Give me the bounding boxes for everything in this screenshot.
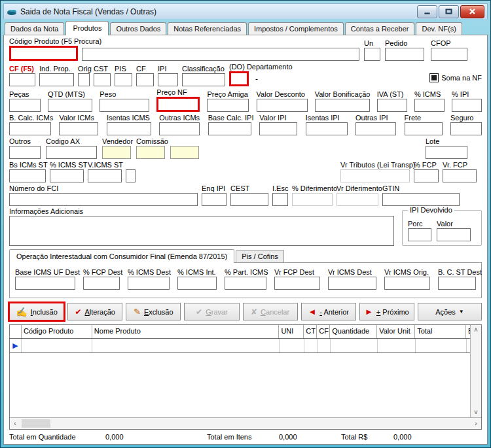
b-calc-icms-input[interactable] (9, 122, 51, 135)
col-codigo-produto[interactable]: Código Produto (22, 325, 92, 338)
preco-amiga-input[interactable] (207, 99, 249, 112)
isentas-icms-input[interactable] (107, 122, 151, 135)
tab-outros-dados[interactable]: Outros Dados (110, 22, 166, 35)
pct-icms-dest-input[interactable] (128, 277, 170, 290)
valor-desconto-input[interactable] (257, 99, 308, 112)
col-nome-produto[interactable]: Nome Produto (92, 325, 280, 338)
tab-dev-nfs[interactable]: Dev. NF(s) (416, 22, 462, 35)
vr-fcp-dest-input[interactable] (274, 277, 320, 290)
un-input[interactable] (364, 48, 380, 61)
enq-ipi-input[interactable] (202, 193, 227, 206)
comissao-input[interactable] (136, 146, 165, 159)
i-esc-input[interactable] (272, 193, 288, 206)
base-calc-ipi-input[interactable] (208, 122, 251, 135)
alteracao-button[interactable]: ✔ Alteração (67, 303, 122, 320)
subtab-pis-cofins[interactable]: Pis / Cofins (236, 250, 284, 262)
classificacao-input[interactable] (182, 73, 225, 86)
acoes-button[interactable]: Ações ▼ (418, 303, 482, 320)
informacoes-adicionais-textarea[interactable] (9, 216, 394, 246)
frete-input[interactable] (405, 122, 443, 135)
horizontal-scroll-thumb[interactable] (22, 419, 50, 428)
do-departamento-input[interactable] (229, 71, 249, 86)
tab-impostos-complementos[interactable]: Impostos / Complementos (248, 22, 344, 35)
ipi-input[interactable] (158, 73, 178, 86)
exclusao-button[interactable]: ✎ Exclusão (126, 303, 181, 320)
outros-input[interactable] (9, 146, 41, 159)
ipi-devolvido-porc-input[interactable] (408, 228, 431, 241)
col-total[interactable]: Total (415, 325, 466, 338)
vendedor-input[interactable] (102, 146, 131, 159)
pct-ipi-input[interactable] (452, 99, 482, 112)
scroll-right-icon[interactable]: › (471, 418, 481, 429)
base-icms-uf-dest-input[interactable] (15, 277, 75, 290)
peso-input[interactable] (100, 99, 149, 112)
pedido-input[interactable] (385, 48, 424, 61)
tab-contas-a-receber[interactable]: Contas a Receber (345, 22, 415, 35)
cf-input[interactable] (136, 73, 154, 86)
preco-nf-input[interactable] (156, 97, 200, 112)
pct-icms-input[interactable] (414, 99, 445, 112)
valor-icms-input[interactable] (59, 122, 98, 135)
scroll-up-icon[interactable]: ˄ (471, 325, 481, 335)
pct-diferimento-input[interactable] (292, 193, 333, 206)
ind-prop-input[interactable] (39, 73, 74, 86)
gtin-input[interactable] (382, 193, 460, 206)
pct-icms-int-input[interactable] (177, 277, 217, 290)
cf-f5-input[interactable] (9, 73, 35, 86)
codigo-ax-input[interactable] (46, 146, 97, 159)
icms-st-extra-input[interactable] (126, 169, 136, 182)
tab-dados-da-nota[interactable]: Dados da Nota (5, 22, 64, 35)
valor-ipi-input[interactable] (259, 122, 297, 135)
seguro-input[interactable] (450, 122, 482, 135)
nome-produto-input[interactable] (82, 48, 359, 61)
tab-notas-referenciadas[interactable]: Notas Referenciadas (168, 22, 247, 35)
anterior-button[interactable]: ◄ - Anterior (301, 303, 356, 320)
vr-diferimento-input[interactable] (336, 193, 378, 206)
vr-icms-orig-input[interactable] (384, 277, 430, 290)
numero-fci-input[interactable] (9, 193, 198, 206)
grid-current-row[interactable]: ▶ (10, 339, 470, 353)
outras-ipi-input[interactable] (355, 122, 396, 135)
scroll-left-icon[interactable]: ‹ (10, 418, 20, 429)
bs-icms-st-input[interactable] (9, 169, 46, 182)
cst-input[interactable] (94, 73, 111, 86)
col-ct[interactable]: CT (304, 325, 317, 338)
maximize-icon[interactable] (439, 5, 459, 18)
close-icon[interactable] (460, 5, 484, 18)
v-icms-st-input[interactable] (88, 169, 122, 182)
qtd-mts-input[interactable] (48, 99, 92, 112)
col-quantidade[interactable]: Quantidade (330, 325, 377, 338)
ipi-devolvido-valor-input[interactable] (437, 228, 471, 241)
outras-icms-input[interactable] (159, 122, 200, 135)
vr-fcp-input[interactable] (443, 169, 477, 182)
inclusao-button[interactable]: ✍ Inclusão (9, 303, 64, 320)
comissao-2-input[interactable] (170, 146, 199, 159)
cest-input[interactable] (230, 193, 268, 206)
iva-st-input[interactable] (377, 99, 407, 112)
proximo-button[interactable]: ► + Próximo (359, 303, 414, 320)
col-valor-unit[interactable]: Valor Unit (377, 325, 415, 338)
pecas-input[interactable] (9, 99, 41, 112)
pct-fcp-dest-input[interactable] (83, 277, 120, 290)
col-cf[interactable]: CF (317, 325, 330, 338)
pct-part-icms-input[interactable] (225, 277, 266, 290)
grid-vertical-scrollbar[interactable]: ˄ ˅ (470, 325, 481, 417)
valor-bonificacao-input[interactable] (315, 99, 370, 112)
tab-produtos[interactable]: Produtos (65, 21, 109, 35)
vr-tributos-input[interactable] (340, 169, 410, 182)
col-uni[interactable]: UNI (279, 325, 304, 338)
scroll-down-icon[interactable]: ˅ (471, 407, 481, 417)
vr-icms-dest-input[interactable] (328, 277, 376, 290)
gravar-button[interactable]: ✔ Gravar (184, 303, 239, 320)
cfop-input[interactable] (431, 48, 467, 61)
pis-input[interactable] (115, 73, 132, 86)
bc-st-dest-input[interactable] (438, 277, 476, 290)
grid-body[interactable] (10, 353, 470, 417)
orig-input[interactable] (78, 73, 90, 86)
codigo-produto-input[interactable] (9, 46, 78, 61)
isentas-ipi-input[interactable] (306, 122, 348, 135)
grid-horizontal-scrollbar[interactable]: ‹ › (10, 417, 481, 429)
pct-fcp-input[interactable] (414, 169, 439, 182)
minimize-icon[interactable] (417, 5, 437, 18)
pct-icms-st-input[interactable] (50, 169, 84, 182)
